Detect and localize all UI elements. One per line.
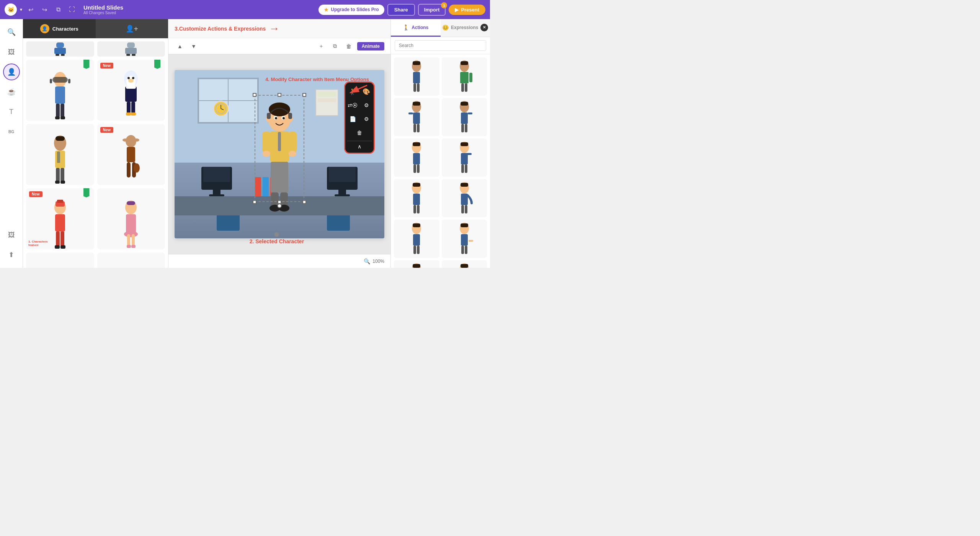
handle-bl[interactable] [253, 200, 256, 204]
svg-rect-47 [56, 231, 60, 246]
animate-button[interactable]: Animate [357, 42, 384, 51]
right-char-3[interactable] [394, 98, 439, 136]
star-icon: ★ [324, 7, 328, 13]
right-char-6[interactable] [442, 138, 487, 177]
svg-rect-114 [461, 124, 464, 132]
svg-rect-146 [461, 246, 464, 254]
handle-tc[interactable] [278, 93, 281, 97]
item-menu-collapse-icon[interactable]: ∧ [358, 143, 361, 150]
icon-sidebar: 🔍 🖼 👤 ☕ T BG 🖼 ⬆ [0, 19, 23, 268]
svg-rect-87 [271, 162, 288, 192]
right-char-12[interactable] [442, 260, 487, 268]
title-area: Untitled Slides All Changes Saved [83, 4, 315, 15]
right-char-10[interactable] [442, 220, 487, 258]
char-item-4[interactable]: New [97, 124, 165, 185]
slide-canvas[interactable]: 🚶 🎨 ⇄⦿ ⚙ 📄 ⚙ 🗑 ∧ [175, 70, 384, 238]
char-item-6[interactable] [97, 188, 165, 249]
upgrade-button[interactable]: ★ Upgrade to Slides Pro [318, 5, 384, 15]
sidebar-item-characters[interactable]: 👤 [3, 64, 20, 80]
add-element-button[interactable]: ＋ [316, 41, 327, 52]
svg-rect-5 [125, 48, 137, 54]
sidebar-item-upload[interactable]: ⬆ [3, 246, 20, 263]
item-menu-gear-button[interactable]: ⚙ [361, 113, 372, 125]
right-char-9[interactable] [394, 220, 439, 258]
svg-rect-100 [460, 72, 469, 83]
handle-rotate[interactable] [277, 204, 282, 208]
sidebar-item-bg[interactable]: BG [3, 123, 20, 140]
item-menu-actions-button[interactable]: 🚶 [347, 86, 358, 97]
actions-tab-label: Actions [412, 25, 428, 30]
char-item-7[interactable] [26, 253, 94, 268]
duplicate-element-button[interactable]: ⧉ [330, 41, 340, 52]
selected-character-container[interactable] [255, 95, 304, 213]
search-input[interactable] [395, 40, 486, 51]
svg-rect-40 [127, 162, 131, 178]
sidebar-item-text[interactable]: T [3, 103, 20, 120]
sidebar-item-coffee[interactable]: ☕ [3, 83, 20, 100]
char-tab-characters[interactable]: 👤 Characters [23, 19, 96, 38]
char-grid: New [26, 60, 165, 268]
sidebar-item-search[interactable]: 🔍 [3, 24, 20, 41]
svg-rect-3 [61, 54, 65, 56]
svg-rect-113 [468, 112, 472, 114]
right-char-7[interactable] [394, 179, 439, 217]
tab-expressions[interactable]: 😊 Expressions ✕ [441, 19, 490, 37]
tab-actions[interactable]: 🚶 Actions [391, 19, 441, 37]
present-play-icon: ▶ [455, 7, 459, 13]
svg-rect-31 [57, 152, 60, 163]
right-char-8[interactable] [442, 179, 487, 217]
svg-rect-34 [55, 181, 60, 184]
char-panel-scroll[interactable]: New [23, 38, 168, 268]
char-item-3[interactable] [26, 124, 94, 185]
delete-element-button[interactable]: 🗑 [343, 41, 354, 52]
right-char-4[interactable] [442, 98, 487, 136]
char-item-5[interactable]: New 1. Charactersfeature [26, 188, 94, 249]
right-char-5[interactable] [394, 138, 439, 177]
notice-board [315, 89, 338, 116]
zoom-level: 100% [372, 259, 384, 264]
present-label: Present [461, 7, 479, 13]
import-button[interactable]: Import 1 [418, 4, 446, 16]
handle-tl[interactable] [253, 93, 256, 97]
share-button[interactable]: Share [387, 4, 415, 16]
logo-icon: 🐱 [8, 7, 14, 13]
svg-rect-26 [126, 112, 131, 116]
char-item-8[interactable] [97, 253, 165, 268]
handle-tr[interactable] [302, 93, 306, 97]
duplicate-button[interactable]: ⧉ [53, 4, 64, 15]
import-badge: 1 [441, 2, 447, 8]
undo-button[interactable]: ↩ [25, 4, 36, 15]
nav-down-button[interactable]: ▼ [188, 41, 199, 52]
svg-rect-105 [413, 102, 420, 106]
right-panel: 🚶 Actions 😊 Expressions ✕ [390, 19, 490, 268]
right-char-11[interactable] [394, 260, 439, 268]
handle-br[interactable] [302, 200, 306, 204]
present-button[interactable]: ▶ Present [449, 5, 485, 15]
svg-rect-57 [127, 245, 131, 248]
bookmark-icon-1 [83, 60, 90, 69]
item-menu-settings2-button[interactable]: ⚙ [361, 99, 372, 111]
app-logo[interactable]: 🐱 [5, 3, 17, 16]
expressions-tab-close[interactable]: ✕ [480, 24, 488, 31]
sidebar-item-image[interactable]: 🖼 [3, 226, 20, 243]
svg-point-85 [263, 151, 270, 157]
item-menu-colors-button[interactable]: 🎨 [361, 86, 372, 97]
char-item-2[interactable]: New [97, 60, 165, 121]
zoom-icon[interactable]: 🔍 [364, 258, 370, 264]
item-menu-layer-button[interactable]: 📄 [347, 113, 358, 125]
item-menu-delete-button[interactable]: 🗑 [354, 127, 365, 138]
fullscreen-button[interactable]: ⛶ [67, 4, 77, 15]
item-menu-row-4: 🗑 [354, 127, 365, 138]
svg-rect-82 [278, 132, 281, 151]
right-char-2[interactable] [442, 57, 487, 96]
redo-button[interactable]: ↪ [39, 4, 50, 15]
right-char-1[interactable] [394, 57, 439, 96]
char-tab-add[interactable]: 👤+ [96, 19, 168, 38]
item-menu-toggle-button[interactable]: ⇄⦿ [347, 99, 358, 111]
app-dropdown[interactable]: ▾ [20, 7, 22, 12]
sidebar-item-slides[interactable]: 🖼 [3, 44, 20, 60]
char-item-1[interactable] [26, 60, 94, 121]
nav-up-button[interactable]: ▲ [175, 41, 185, 52]
svg-rect-135 [461, 205, 464, 213]
topbar: 🐱 ▾ ↩ ↪ ⧉ ⛶ Untitled Slides All Changes … [0, 0, 490, 19]
